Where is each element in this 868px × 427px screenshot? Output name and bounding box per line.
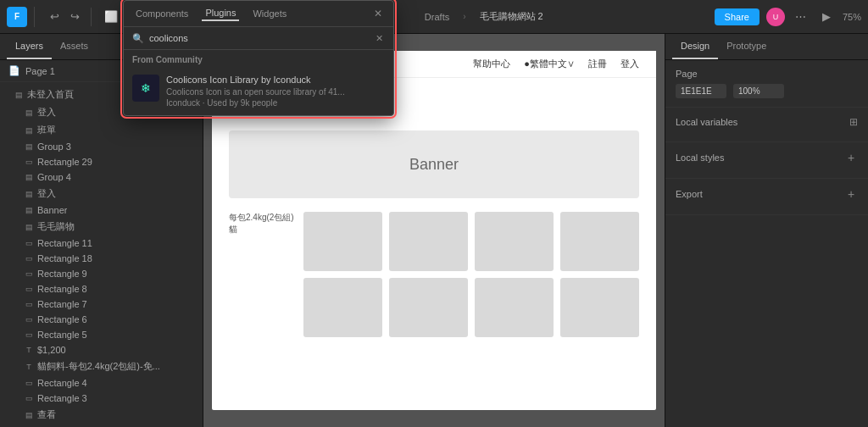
layer-icon: ▭ <box>24 330 34 340</box>
layer-item[interactable]: ▭Rectangle 2 <box>0 424 203 427</box>
plugin-result-desc-0: Coolicons Icon is an open source library… <box>166 86 385 108</box>
site-nav-item[interactable]: ●繁體中文∨ <box>524 58 575 70</box>
layer-icon: ▭ <box>24 393 34 403</box>
plugin-result-thumb-0: ❄ <box>132 75 159 102</box>
layer-label: 貓飼料-每包2.4kg(2包組)-免... <box>37 360 160 373</box>
layer-item[interactable]: ▭Rectangle 4 <box>0 375 203 391</box>
plugin-tabs-row: Components Plugins Widgets ✕ <box>124 1 393 27</box>
layer-item[interactable]: ▭Rectangle 5 <box>0 327 203 342</box>
layer-item[interactable]: ▭Rectangle 29 <box>0 154 203 169</box>
product-card-6 <box>389 278 468 337</box>
section-page-header: Page <box>676 69 858 79</box>
plugin-result-info-0: Coolicons Icon Library by Iconduck Cooli… <box>166 75 385 108</box>
figma-logo[interactable]: F <box>7 7 27 27</box>
layer-icon: ▤ <box>24 141 34 152</box>
layer-icon: ▤ <box>14 90 24 100</box>
toolbar-right: Share U ⋯ ▶ 75% <box>715 8 861 26</box>
layer-icon: ▭ <box>24 284 34 294</box>
local-styles-add-btn[interactable]: + <box>844 151 858 164</box>
product-left-spacer <box>229 278 297 337</box>
layer-item[interactable]: ▭Rectangle 6 <box>0 312 203 327</box>
layer-label: 登入 <box>37 187 56 200</box>
layer-icon: ▤ <box>24 205 34 215</box>
drafts-label: Drafts <box>425 12 449 22</box>
layer-icon: ▭ <box>24 378 34 388</box>
layer-item[interactable]: ▭Rectangle 9 <box>0 266 203 281</box>
page-opacity-input[interactable]: 100% <box>733 84 784 98</box>
frame-icon[interactable]: ⬜ <box>102 8 120 26</box>
section-local-styles-header: Local styles + <box>676 151 858 164</box>
layer-item[interactable]: ▤Group 3 <box>0 139 203 154</box>
site-nav-item[interactable]: 登入 <box>620 58 639 70</box>
layer-item[interactable]: ▤Group 4 <box>0 169 203 185</box>
layer-icon: ▭ <box>24 314 34 324</box>
layer-label: Rectangle 18 <box>37 253 92 263</box>
zoom-level[interactable]: 75% <box>843 12 861 22</box>
layer-item[interactable]: ▭Rectangle 7 <box>0 297 203 312</box>
tab-prototype[interactable]: Prototype <box>718 34 775 59</box>
banner-text: Banner <box>409 156 459 174</box>
plugin-close-button[interactable]: ✕ <box>371 7 385 20</box>
section-local-vars-header: Local variables ⊞ <box>676 116 858 128</box>
layer-icon: T <box>24 362 34 372</box>
layer-label: Rectangle 6 <box>37 314 87 324</box>
layer-icon: ▤ <box>24 222 34 232</box>
layer-label: Rectangle 29 <box>37 157 92 167</box>
section-export-label: Export <box>676 189 703 199</box>
right-section-local-styles: Local styles + <box>665 142 868 179</box>
plugin-thumb-icon: ❄ <box>141 81 151 95</box>
layer-item[interactable]: ▤班單 <box>0 121 203 139</box>
undo-icon[interactable]: ↩ <box>45 8 64 26</box>
layer-label: Rectangle 3 <box>37 393 87 403</box>
export-add-btn[interactable]: + <box>844 187 858 201</box>
section-export-header: Export + <box>676 187 858 201</box>
plugin-result-title-0: Coolicons Icon Library by Iconduck <box>166 75 385 85</box>
layer-label: Group 4 <box>37 172 71 182</box>
present-icon[interactable]: ▶ <box>817 8 836 26</box>
user-avatar: U <box>766 8 785 26</box>
plugin-result-item-0[interactable]: ❄ Coolicons Icon Library by Iconduck Coo… <box>124 68 393 115</box>
layer-item[interactable]: ▭Rectangle 8 <box>0 281 203 297</box>
product-card-7 <box>475 278 554 337</box>
layer-label: Rectangle 8 <box>37 284 87 294</box>
layer-item[interactable]: ▤登入 <box>0 185 203 202</box>
right-sidebar: Design Prototype Page 1E1E1E 100% Local … <box>665 34 868 427</box>
site-nav-item[interactable]: 註冊 <box>588 58 607 70</box>
layer-item[interactable]: ▭Rectangle 11 <box>0 236 203 251</box>
layer-item[interactable]: ▤查看 <box>0 406 203 424</box>
product-card-8 <box>560 278 639 337</box>
layer-icon: ▭ <box>24 238 34 248</box>
layer-icon: ▤ <box>24 172 34 182</box>
more-icon[interactable]: ⋯ <box>792 8 810 26</box>
right-section-page: Page 1E1E1E 100% <box>665 60 868 108</box>
local-vars-icon[interactable]: ⊞ <box>849 116 858 128</box>
page-color-input[interactable]: 1E1E1E <box>676 84 726 98</box>
layer-item[interactable]: T$1,200 <box>0 342 203 358</box>
file-name[interactable]: 毛毛購物網站 2 <box>480 10 543 23</box>
tab-design[interactable]: Design <box>672 34 718 59</box>
right-tabs: Design Prototype <box>665 34 868 60</box>
layer-item[interactable]: ▤毛毛購物 <box>0 218 203 236</box>
layer-item[interactable]: ▭Rectangle 3 <box>0 391 203 406</box>
layer-label: Rectangle 9 <box>37 269 87 279</box>
product-card-2 <box>389 212 468 271</box>
site-nav-item[interactable]: 幫助中心 <box>473 58 510 70</box>
layer-item[interactable]: ▤Banner <box>0 202 203 218</box>
product-card-5 <box>303 278 382 337</box>
tab-layers[interactable]: Layers <box>7 34 52 59</box>
share-button[interactable]: Share <box>715 8 760 25</box>
toolbar-left-group: F <box>7 7 35 27</box>
search-clear-button[interactable]: ✕ <box>373 32 385 44</box>
layer-item[interactable]: T貓飼料-每包2.4kg(2包組)-免... <box>0 358 203 375</box>
plugin-tab-plugins[interactable]: Plugins <box>202 6 239 21</box>
plugin-tab-components[interactable]: Components <box>132 7 192 20</box>
plugin-tab-widgets[interactable]: Widgets <box>249 7 290 20</box>
layer-label: Rectangle 11 <box>37 238 92 248</box>
layer-label: 毛毛購物 <box>37 220 75 233</box>
redo-icon[interactable]: ↪ <box>65 8 84 26</box>
plugin-search-input[interactable] <box>149 33 368 43</box>
tab-assets[interactable]: Assets <box>52 34 97 59</box>
product-card-4 <box>560 212 639 271</box>
layer-icon: ▤ <box>24 108 34 118</box>
layer-item[interactable]: ▭Rectangle 18 <box>0 251 203 266</box>
